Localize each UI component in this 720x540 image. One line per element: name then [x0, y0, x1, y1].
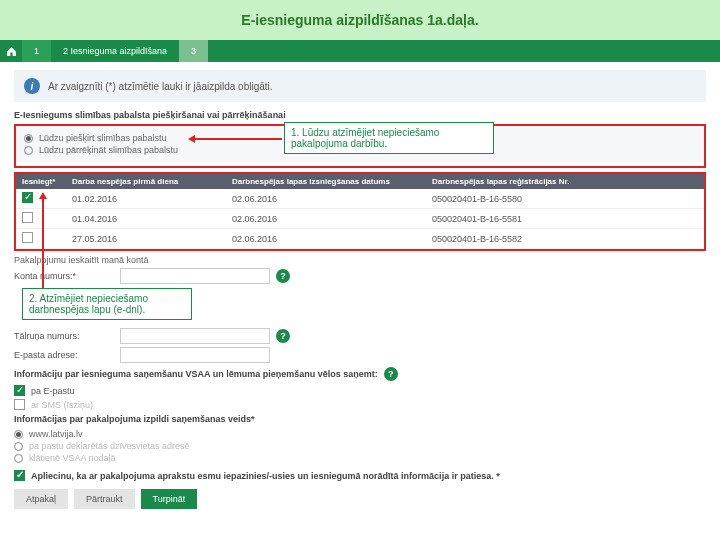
- row-checkbox[interactable]: [22, 192, 33, 203]
- account-input[interactable]: [120, 268, 270, 284]
- annotation-1: 1. Lūdzu atzīmējiet nepieciešamo pakalpo…: [284, 122, 494, 154]
- phone-label: Tālruņa numurs:: [14, 331, 114, 341]
- email-label: E-pasta adrese:: [14, 350, 114, 360]
- notice-bar: i Ar zvaigznīti (*) atzīmētie lauki ir j…: [14, 70, 706, 102]
- account-label: Konta numurs:*: [14, 271, 114, 281]
- phone-input[interactable]: [120, 328, 270, 344]
- back-button[interactable]: Atpakaļ: [14, 489, 68, 509]
- next-button[interactable]: Turpināt: [141, 489, 198, 509]
- exec-opt-2[interactable]: pa pastu deklarētās dzīvesvietas adresē: [14, 440, 706, 452]
- help-icon[interactable]: ?: [384, 367, 398, 381]
- row-checkbox[interactable]: [22, 232, 33, 243]
- th-first-day: Darba nespējas pirmā diena: [72, 177, 232, 186]
- breadcrumb-step-1[interactable]: 1: [22, 40, 51, 62]
- help-icon[interactable]: ?: [276, 329, 290, 343]
- breadcrumb-step-2[interactable]: 2 Iesnieguma aizpildīšana: [51, 40, 179, 62]
- th-issue-date: Darbnespējas lapas izsniegšanas datums: [232, 177, 432, 186]
- exec-opt-3[interactable]: klātienē VSAA nodaļā: [14, 452, 706, 464]
- recv-email-row[interactable]: pa E-pastu: [14, 385, 706, 396]
- email-input[interactable]: [120, 347, 270, 363]
- exec-opt-1[interactable]: www.latvija.lv: [14, 428, 706, 440]
- annotation-2: 2. Atzīmējiet nepieciešamo darbnespējas …: [22, 288, 192, 320]
- breadcrumb: 1 2 Iesnieguma aizpildīšana 3: [0, 40, 720, 62]
- page-banner: E-iesnieguma aizpildīšanas 1a.daļa.: [0, 0, 720, 40]
- notice-text: Ar zvaigznīti (*) atzīmētie lauki ir jāa…: [48, 81, 273, 92]
- arrow-2: [42, 198, 44, 288]
- confirm-row[interactable]: Apliecinu, ka ar pakalpojuma aprakstu es…: [14, 470, 706, 481]
- exec-title: Informācijas par pakalpojuma izpildi saņ…: [14, 414, 706, 424]
- recv-title: Informāciju par iesnieguma saņemšanu VSA…: [14, 369, 378, 379]
- table-row: 01.02.2016 02.06.2016 050020401-B-16-558…: [16, 189, 704, 209]
- recv-sms-row[interactable]: ar SMS (īsziņu): [14, 399, 706, 410]
- dnl-table: Iesniegt* Darba nespējas pirmā diena Dar…: [14, 172, 706, 251]
- table-row: 27.05.2016 02.06.2016 050020401-B-16-558…: [16, 229, 704, 249]
- pay-info-label: Pakalpojumu ieskaitīt manā kontā: [14, 255, 706, 265]
- help-icon[interactable]: ?: [276, 269, 290, 283]
- home-icon[interactable]: [0, 40, 22, 62]
- row-checkbox[interactable]: [22, 212, 33, 223]
- breadcrumb-step-3[interactable]: 3: [179, 40, 208, 62]
- th-reg-no: Darbnespējas lapas reģistrācijas Nr.: [432, 177, 698, 186]
- form-title: E-Iesniegums slimības pabalsta piešķirša…: [14, 110, 706, 120]
- table-row: 01.04.2016 02.06.2016 050020401-B-16-558…: [16, 209, 704, 229]
- cancel-button[interactable]: Pārtraukt: [74, 489, 135, 509]
- info-icon: i: [24, 78, 40, 94]
- th-submit: Iesniegt*: [22, 177, 72, 186]
- arrow-1: [194, 138, 282, 140]
